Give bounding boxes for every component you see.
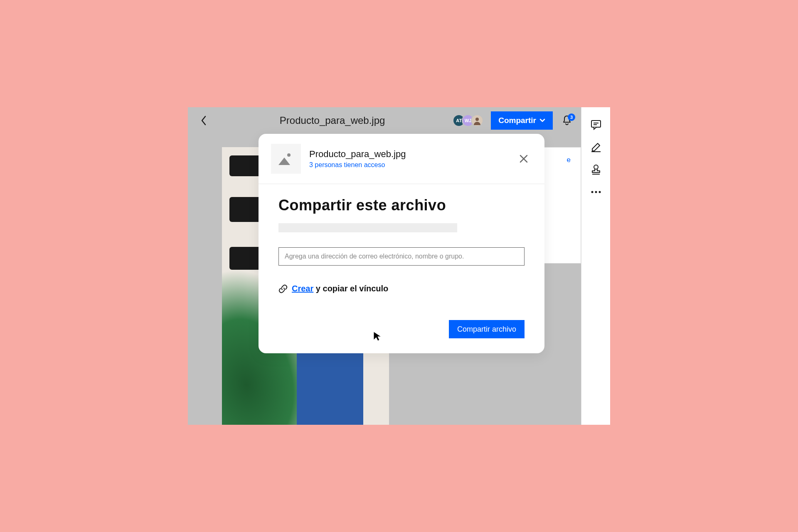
right-rail xyxy=(581,107,610,425)
topbar: Producto_para_web.jpg AT WJ Compartir 3 xyxy=(188,107,581,134)
modal-file-name: Producto_para_web.jpg xyxy=(309,149,406,160)
file-thumbnail xyxy=(271,144,301,174)
back-button[interactable] xyxy=(195,116,212,126)
stamp-icon xyxy=(591,164,601,175)
avatar-group[interactable]: AT WJ xyxy=(453,114,483,127)
close-button[interactable] xyxy=(515,150,532,167)
share-button[interactable]: Compartir xyxy=(491,111,553,130)
svg-point-0 xyxy=(475,118,479,121)
link-icon xyxy=(278,284,288,293)
edit-button[interactable] xyxy=(589,140,603,154)
more-button[interactable] xyxy=(589,185,603,199)
svg-point-5 xyxy=(594,165,598,169)
email-input[interactable] xyxy=(278,247,525,266)
svg-point-7 xyxy=(591,191,593,193)
avatar[interactable] xyxy=(471,114,483,127)
svg-point-9 xyxy=(598,191,601,193)
more-horizontal-icon xyxy=(591,190,601,194)
cursor-icon xyxy=(373,331,382,342)
notification-count-badge: 3 xyxy=(568,113,575,121)
image-icon xyxy=(278,152,294,166)
access-link[interactable]: 3 personas tienen acceso xyxy=(309,161,385,169)
chevron-down-icon xyxy=(539,118,545,123)
svg-point-10 xyxy=(287,153,291,157)
stamp-button[interactable] xyxy=(589,163,603,176)
file-title: Producto_para_web.jpg xyxy=(280,115,385,126)
modal-header: Producto_para_web.jpg 3 personas tienen … xyxy=(259,134,544,184)
share-heading: Compartir este archivo xyxy=(278,197,525,214)
close-icon xyxy=(519,154,528,163)
placeholder-bar xyxy=(278,223,457,232)
chevron-left-icon xyxy=(201,116,207,126)
app-window: e Producto_para_web.jpg AT WJ Compartir xyxy=(188,107,610,425)
side-panel-fragment: e xyxy=(567,156,571,164)
share-modal: Producto_para_web.jpg 3 personas tienen … xyxy=(259,134,544,353)
share-button-label: Compartir xyxy=(498,116,536,125)
pencil-icon xyxy=(591,142,601,153)
copy-link-suffix: y copiar el vínculo xyxy=(313,284,388,293)
share-file-button[interactable]: Compartir archivo xyxy=(449,320,525,338)
svg-point-8 xyxy=(595,191,597,193)
notifications-button[interactable]: 3 xyxy=(560,115,574,126)
create-link-row: Crear y copiar el vínculo xyxy=(278,284,525,293)
comment-icon xyxy=(591,119,601,130)
comment-button[interactable] xyxy=(589,118,603,131)
create-link[interactable]: Crear xyxy=(292,284,313,293)
svg-rect-1 xyxy=(591,121,601,127)
